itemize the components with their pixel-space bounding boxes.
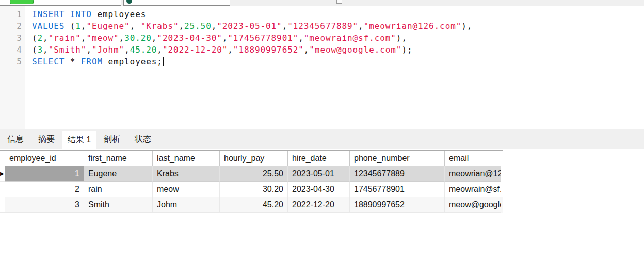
code-token: 45.20: [130, 45, 157, 55]
code-token: (: [32, 33, 38, 43]
code-token: "meow@google.com": [309, 45, 401, 55]
grid-body: ▶1EugeneKrabs25.502023-05-0112345677889m…: [0, 166, 503, 213]
text-cursor: [163, 57, 164, 66]
code-token: "Eugene": [86, 21, 130, 31]
code-token: ,: [86, 45, 92, 55]
code-token: "meow": [86, 33, 119, 43]
code-token: );: [401, 45, 412, 55]
connection-combobox[interactable]: [0, 0, 121, 6]
code-line: 4(3,"Smith","Johm",45.20,"2022-12-20","1…: [0, 44, 644, 56]
table-cell[interactable]: meowrian@126.com: [445, 166, 501, 182]
table-cell[interactable]: 2023-04-30: [288, 182, 350, 197]
code-token: "2022-12-20": [163, 45, 228, 55]
table-cell[interactable]: 3: [5, 197, 84, 213]
code-token: 3: [38, 45, 43, 55]
table-cell[interactable]: 12345677889: [350, 166, 445, 182]
tab-status[interactable]: 状态: [127, 131, 158, 149]
column-header-first_name[interactable]: first_name: [84, 151, 153, 166]
code-lines: 1INSERT INTO employees2VALUES (1,"Eugene…: [0, 6, 644, 68]
table-cell[interactable]: 25.50: [220, 166, 288, 182]
code-token: ,: [212, 21, 217, 31]
square-outline-icon[interactable]: [336, 0, 342, 4]
code-token: INSERT INTO: [32, 9, 92, 19]
table-cell[interactable]: 45.20: [220, 197, 288, 213]
code-token: ,: [304, 45, 310, 55]
table-cell[interactable]: rain: [84, 182, 153, 197]
code-text: (3,"Smith","Johm",45.20,"2022-12-20","18…: [22, 44, 412, 56]
code-token: ,: [358, 21, 364, 31]
column-header-hire_date[interactable]: hire_date: [288, 151, 350, 166]
table-cell[interactable]: 2023-05-01: [288, 166, 350, 182]
code-token: ,: [282, 21, 288, 31]
table-cell[interactable]: 17456778901: [350, 182, 445, 197]
tab-summary[interactable]: 摘要: [31, 131, 62, 149]
code-token: "2023-05-01": [217, 21, 282, 31]
code-token: "Johm": [92, 45, 124, 55]
database-circle-icon: [126, 0, 132, 4]
code-token: ,: [179, 21, 184, 31]
row-marker-cell: [0, 182, 5, 197]
table-cell[interactable]: Johm: [153, 197, 220, 213]
code-token: "meowrain@sf.com": [304, 33, 396, 43]
line-number: 2: [0, 20, 22, 32]
grid-corner-cell[interactable]: [0, 151, 5, 166]
line-number: 1: [0, 8, 22, 20]
tab-profile[interactable]: 剖析: [96, 131, 127, 149]
code-text: SELECT * FROM employees;: [22, 56, 164, 68]
code-token: 25.50: [184, 21, 212, 31]
table-cell[interactable]: meow@google.com: [445, 197, 501, 213]
code-token: ,: [130, 21, 141, 31]
result-tab-bar: 信息摘要结果 1剖析状态: [0, 129, 644, 149]
table-cell[interactable]: 30.20: [220, 182, 288, 197]
column-header-phone_number[interactable]: phone_number: [350, 151, 445, 166]
row-marker-cell: ▶: [0, 166, 5, 182]
code-token: ,: [43, 45, 49, 55]
code-token: ,: [43, 33, 49, 43]
row-marker-cell: [0, 197, 5, 213]
code-token: *: [65, 57, 81, 67]
code-token: FROM: [81, 57, 103, 67]
grid-header-row: employee_idfirst_namelast_namehourly_pay…: [0, 150, 503, 166]
table-cell[interactable]: meow: [153, 182, 220, 197]
column-header-email[interactable]: email: [445, 151, 501, 166]
table-cell[interactable]: 1: [5, 166, 84, 182]
line-number: 3: [0, 32, 22, 44]
table-cell[interactable]: meowrain@sf.com: [445, 182, 501, 197]
table-cell[interactable]: Smith: [84, 197, 153, 213]
toolbar-strip: [0, 0, 644, 6]
code-token: ,: [228, 45, 233, 55]
code-token: "Krabs": [141, 21, 179, 31]
column-header-last_name[interactable]: last_name: [153, 151, 220, 166]
table-cell[interactable]: Krabs: [153, 166, 220, 182]
code-text: VALUES (1,"Eugene", "Krabs",25.50,"2023-…: [22, 20, 472, 32]
code-text: INSERT INTO employees: [22, 8, 146, 20]
sql-editor[interactable]: 1INSERT INTO employees2VALUES (1,"Eugene…: [0, 6, 644, 129]
column-header-hourly_pay[interactable]: hourly_pay: [220, 151, 288, 166]
table-row: 2rainmeow30.202023-04-3017456778901meowr…: [0, 182, 503, 197]
code-token: SELECT: [32, 57, 65, 67]
line-number: 4: [0, 44, 22, 56]
column-header-employee_id[interactable]: employee_id: [5, 151, 84, 166]
code-token: ),: [461, 21, 472, 31]
code-line: 5SELECT * FROM employees;: [0, 56, 644, 68]
table-cell[interactable]: 2: [5, 182, 84, 197]
code-token: "12345677889": [287, 21, 358, 31]
code-line: 3(2,"rain","meow",30.20,"2023-04-30","17…: [0, 32, 644, 44]
code-token: ,: [81, 33, 87, 43]
table-cell[interactable]: 18890997652: [350, 197, 445, 213]
tab-info[interactable]: 信息: [0, 131, 31, 149]
table-row: ▶1EugeneKrabs25.502023-05-0112345677889m…: [0, 166, 503, 182]
tab-result1[interactable]: 结果 1: [62, 131, 96, 149]
database-combobox[interactable]: [123, 0, 230, 6]
code-token: ,: [81, 21, 87, 31]
code-token: (: [32, 45, 38, 55]
table-cell[interactable]: Eugene: [84, 166, 153, 182]
code-token: "rain": [49, 33, 81, 43]
line-number: 5: [0, 56, 22, 68]
green-status-badge-icon: [10, 0, 34, 4]
code-token: 1: [75, 21, 81, 31]
code-token: employees: [92, 9, 146, 19]
code-token: "2023-04-30": [157, 33, 222, 43]
code-token: "17456778901": [228, 33, 298, 43]
table-cell[interactable]: 2022-12-20: [288, 197, 350, 213]
